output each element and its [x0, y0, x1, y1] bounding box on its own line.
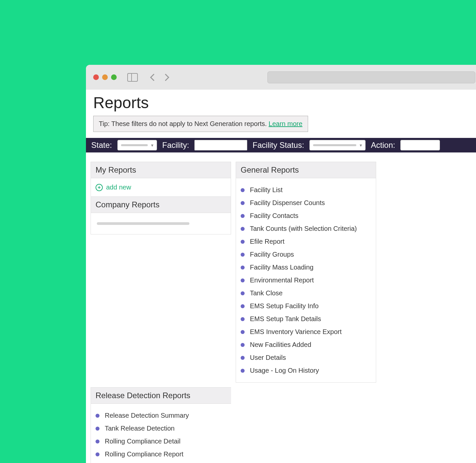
report-link[interactable]: Facility Groups — [241, 248, 371, 261]
minimize-window-button[interactable] — [102, 74, 108, 80]
bullet-icon — [241, 188, 245, 192]
report-link[interactable]: Environmental Report — [241, 274, 371, 287]
report-label: Tank Release Detection — [105, 425, 175, 432]
filter-state-select[interactable]: ▾ — [117, 140, 157, 150]
report-label: EMS Setup Tank Details — [250, 315, 321, 323]
filter-facility-label: Facility: — [162, 141, 189, 150]
report-label: New Facilities Added — [250, 341, 311, 349]
report-label: Rolling Compliance Detail — [105, 438, 180, 445]
report-link[interactable]: EMS Setup Facility Info — [241, 300, 371, 313]
report-label: EMS Setup Facility Info — [250, 302, 319, 310]
report-link[interactable]: User Details — [241, 351, 371, 364]
bullet-icon — [241, 369, 245, 373]
add-new-report-button[interactable]: + add new — [96, 182, 226, 193]
filter-facility-status-select[interactable]: ▾ — [309, 140, 366, 150]
page-content: Reports Tip: These filters do not apply … — [86, 90, 476, 463]
filter-bar: State: ▾ Facility: Facility Status: ▾ Ac… — [86, 138, 476, 152]
report-link[interactable]: Tank Counts (with Selection Criteria) — [241, 222, 371, 235]
panel-header-general-reports: General Reports — [236, 162, 376, 178]
report-label: Rolling Compliance Report — [105, 450, 183, 458]
panel-general-reports: General Reports Facility ListFacility Di… — [236, 162, 376, 383]
tip-text: Tip: These filters do not apply to Next … — [99, 120, 269, 127]
report-link[interactable]: Usage - Log On History — [241, 364, 371, 377]
bullet-icon — [241, 278, 245, 282]
nav-forward-button[interactable] — [163, 73, 171, 81]
report-label: Release Detection Summary — [105, 412, 189, 419]
page-title: Reports — [86, 90, 476, 116]
panel-my-reports: My Reports + add new — [91, 162, 231, 196]
bullet-icon — [96, 427, 99, 431]
placeholder-line — [97, 222, 189, 225]
panel-company-reports: Company Reports — [91, 196, 231, 234]
titlebar — [86, 65, 476, 90]
panel-release-detection: Release Detection Reports Release Detect… — [91, 387, 231, 463]
chevron-down-icon: ▾ — [360, 143, 362, 148]
bullet-icon — [241, 253, 245, 257]
panel-header-my-reports: My Reports — [91, 162, 231, 178]
report-link[interactable]: Facility List — [241, 184, 371, 196]
bullet-icon — [241, 227, 245, 231]
report-link[interactable]: Facility Dispenser Counts — [241, 196, 371, 209]
browser-window: Reports Tip: These filters do not apply … — [86, 65, 476, 463]
sidebar-toggle-icon[interactable] — [127, 73, 138, 82]
bullet-icon — [241, 291, 245, 295]
report-link[interactable]: New Facilities Added — [241, 338, 371, 351]
nav-back-button[interactable] — [148, 73, 156, 81]
filter-state-label: State: — [91, 141, 112, 150]
bullet-icon — [241, 330, 245, 334]
report-label: Usage - Log On History — [250, 367, 319, 374]
tip-learn-more-link[interactable]: Learn more — [269, 120, 302, 127]
panels-row-1: My Reports + add new Company Reports — [86, 152, 476, 463]
report-label: EMS Inventory Varience Export — [250, 328, 342, 336]
close-window-button[interactable] — [93, 74, 99, 80]
filter-action-label: Action: — [371, 141, 395, 150]
report-link[interactable]: Release Detection Setup — [96, 461, 226, 463]
report-label: Facility Groups — [250, 251, 294, 258]
bullet-icon — [241, 343, 245, 347]
bullet-icon — [96, 414, 99, 418]
report-link[interactable]: EMS Inventory Varience Export — [241, 325, 371, 338]
report-link[interactable]: Efile Report — [241, 235, 371, 248]
report-link[interactable]: EMS Setup Tank Details — [241, 313, 371, 325]
panel-header-release-detection: Release Detection Reports — [91, 388, 231, 404]
report-label: Facility List — [250, 186, 283, 194]
panel-header-company-reports: Company Reports — [91, 197, 231, 213]
report-label: User Details — [250, 354, 286, 361]
tip-box: Tip: These filters do not apply to Next … — [93, 116, 308, 132]
general-reports-list: Facility ListFacility Dispenser CountsFa… — [241, 182, 371, 379]
bullet-icon — [241, 317, 245, 321]
bullet-icon — [241, 240, 245, 244]
filter-facility-status-label: Facility Status: — [253, 141, 304, 150]
report-link[interactable]: Release Detection Summary — [96, 409, 226, 422]
bullet-icon — [241, 304, 245, 308]
report-label: Facility Contacts — [250, 212, 298, 220]
report-label: Tank Counts (with Selection Criteria) — [250, 225, 357, 232]
bullet-icon — [96, 440, 99, 443]
release-detection-list: Release Detection SummaryTank Release De… — [96, 407, 226, 463]
report-label: Tank Close — [250, 289, 283, 297]
bullet-icon — [96, 452, 99, 456]
report-link[interactable]: Tank Release Detection — [96, 422, 226, 435]
bullet-icon — [241, 201, 245, 205]
report-link[interactable]: Tank Close — [241, 287, 371, 300]
report-link[interactable]: Rolling Compliance Report — [96, 448, 226, 461]
report-link[interactable]: Facility Mass Loading — [241, 261, 371, 274]
traffic-lights — [93, 74, 117, 80]
filter-action-select[interactable] — [400, 140, 440, 150]
bullet-icon — [241, 356, 245, 360]
report-link[interactable]: Rolling Compliance Detail — [96, 435, 226, 448]
report-link[interactable]: Facility Contacts — [241, 209, 371, 222]
report-label: Facility Dispenser Counts — [250, 199, 325, 207]
add-new-label: add new — [106, 184, 131, 191]
filter-facility-input[interactable] — [194, 140, 247, 150]
report-label: Efile Report — [250, 238, 285, 245]
chevron-down-icon: ▾ — [151, 143, 153, 148]
bullet-icon — [241, 266, 245, 270]
report-label: Facility Mass Loading — [250, 264, 313, 271]
report-label: Environmental Report — [250, 276, 314, 284]
url-bar[interactable] — [267, 71, 475, 83]
plus-circle-icon: + — [96, 184, 103, 191]
maximize-window-button[interactable] — [111, 74, 117, 80]
bullet-icon — [241, 214, 245, 218]
